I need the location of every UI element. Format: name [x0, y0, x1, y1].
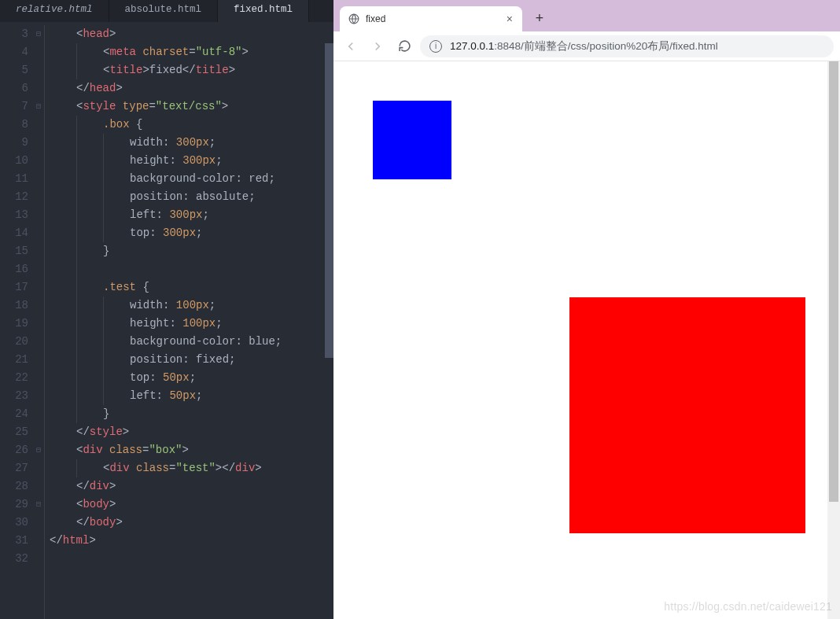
editor-scrollbar-thumb[interactable] — [325, 43, 333, 358]
browser-tab-title: fixed — [366, 13, 505, 24]
browser-tab-active[interactable]: fixed × — [340, 6, 522, 31]
browser-viewport: https://blog.csdn.net/caidewei121 — [333, 61, 840, 619]
plus-icon: + — [536, 11, 544, 27]
browser-tabstrip: fixed × + — [333, 0, 840, 31]
url-path: /前端整合/css/position%20布局/fixed.html — [521, 40, 718, 52]
fold-gutter[interactable]: ⊟⊟⊟⊟ — [33, 25, 44, 619]
reload-button[interactable] — [393, 35, 415, 57]
editor-tab-absolute-html[interactable]: absolute.html — [109, 0, 219, 22]
line-number-gutter: 3456789101112131415161718192021222324252… — [0, 25, 33, 619]
editor-scrollbar[interactable] — [325, 25, 333, 619]
watermark-text: https://blog.csdn.net/caidewei121 — [664, 600, 832, 613]
browser-pane: fixed × + i 127.0.0.1:8848/前端整合/css/posi… — [333, 0, 840, 619]
close-icon[interactable]: × — [505, 13, 514, 25]
url-host: 127.0.0.1 — [450, 40, 494, 52]
browser-scrollbar-thumb[interactable] — [829, 61, 838, 502]
globe-icon — [348, 13, 360, 25]
browser-scrollbar[interactable] — [827, 61, 840, 619]
browser-toolbar: i 127.0.0.1:8848/前端整合/css/position%20布局/… — [333, 31, 840, 61]
info-icon[interactable]: i — [429, 40, 442, 53]
code-content[interactable]: <head><meta charset="utf-8"><title>fixed… — [44, 25, 325, 619]
blue-box — [373, 101, 451, 179]
new-tab-button[interactable]: + — [529, 8, 551, 30]
address-bar[interactable]: i 127.0.0.1:8848/前端整合/css/position%20布局/… — [420, 35, 834, 57]
forward-button[interactable] — [367, 35, 389, 57]
url-port: :8848 — [494, 40, 521, 52]
url-text: 127.0.0.1:8848/前端整合/css/position%20布局/fi… — [450, 39, 718, 53]
red-box — [569, 297, 805, 533]
editor-tab-fixed-html[interactable]: fixed.html — [218, 0, 309, 22]
editor-tab-relative-html[interactable]: relative.html — [0, 0, 109, 22]
back-button[interactable] — [340, 35, 362, 57]
editor-pane: relative.htmlabsolute.htmlfixed.html 345… — [0, 0, 333, 619]
code-area[interactable]: 3456789101112131415161718192021222324252… — [0, 22, 333, 619]
editor-tabstrip: relative.htmlabsolute.htmlfixed.html — [0, 0, 333, 22]
app-root: relative.htmlabsolute.htmlfixed.html 345… — [0, 0, 840, 619]
